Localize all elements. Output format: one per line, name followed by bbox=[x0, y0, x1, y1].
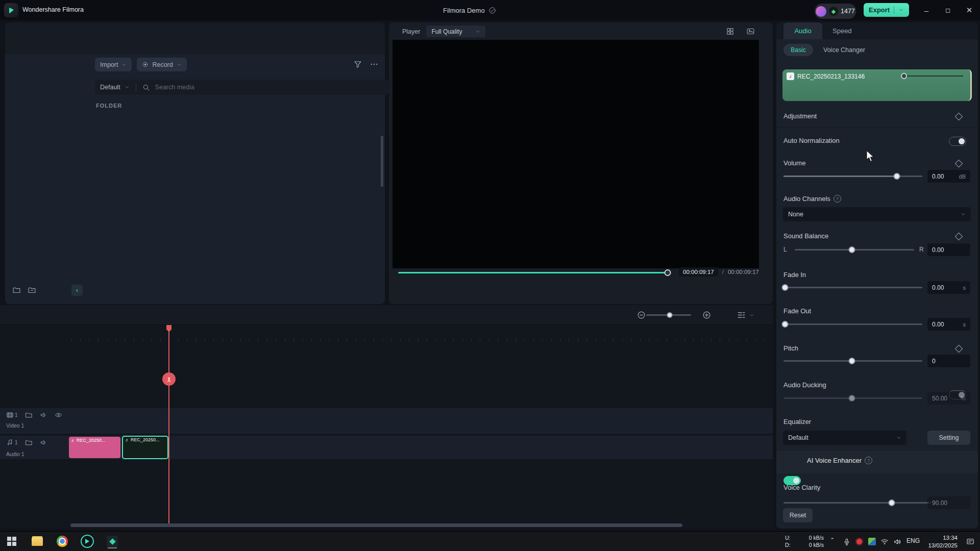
audio-ducking-slider[interactable] bbox=[783, 397, 922, 399]
delete-folder-icon[interactable] bbox=[28, 286, 36, 294]
pitch-knob[interactable] bbox=[849, 358, 855, 364]
seek-bar[interactable] bbox=[398, 272, 669, 273]
audio-track-mute-icon[interactable] bbox=[40, 439, 47, 446]
language-indicator[interactable]: ENG bbox=[906, 537, 920, 544]
import-caret-icon[interactable] bbox=[121, 62, 127, 67]
auto-normalization-toggle[interactable] bbox=[949, 137, 966, 146]
adjustment-header[interactable]: Adjustment bbox=[783, 112, 817, 120]
quality-dropdown[interactable]: Full Quality bbox=[426, 26, 485, 37]
record-caret-icon[interactable] bbox=[177, 62, 182, 67]
subtab-voice-changer[interactable]: Voice Changer bbox=[823, 44, 865, 56]
video-track-mute-icon[interactable] bbox=[40, 411, 47, 419]
tab-audio[interactable]: Audio bbox=[783, 22, 822, 39]
tray-volume-icon[interactable] bbox=[893, 537, 901, 546]
export-button[interactable]: Export bbox=[864, 3, 909, 17]
audio-channels-info-icon[interactable]: ? bbox=[834, 195, 841, 203]
fade-in-knob[interactable] bbox=[782, 284, 789, 291]
fade-out-slider[interactable] bbox=[783, 323, 922, 325]
clip-mini-slider[interactable] bbox=[901, 76, 963, 77]
minimize-button[interactable]: – bbox=[918, 0, 935, 20]
volume-value[interactable]: 0.00dB bbox=[927, 170, 970, 183]
file-explorer-icon[interactable] bbox=[30, 534, 44, 548]
import-button[interactable]: Import bbox=[95, 58, 132, 71]
track-manager-icon[interactable] bbox=[735, 309, 747, 321]
ai-voice-enhancer-info-icon[interactable]: ? bbox=[865, 457, 872, 464]
tab-speed[interactable]: Speed bbox=[832, 22, 852, 39]
adjustment-keyframe-icon[interactable] bbox=[955, 113, 963, 121]
split-playhead-button[interactable]: ✂ bbox=[162, 372, 176, 386]
pitch-value[interactable]: 0 bbox=[927, 355, 970, 367]
volume-knob[interactable] bbox=[894, 173, 900, 180]
tray-wifi-icon[interactable] bbox=[880, 537, 889, 546]
fade-out-knob[interactable] bbox=[782, 321, 789, 328]
video-track-lock-icon[interactable] bbox=[25, 411, 33, 419]
volume-slider[interactable] bbox=[783, 176, 922, 177]
category-caret-icon[interactable] bbox=[125, 85, 130, 90]
voice-clarity-slider[interactable] bbox=[783, 502, 930, 504]
windows-start-button[interactable] bbox=[5, 534, 19, 548]
filmora-taskbar-icon[interactable] bbox=[80, 534, 94, 548]
track-manager-caret-icon[interactable] bbox=[749, 313, 754, 318]
audio-track-lock-icon[interactable] bbox=[25, 439, 33, 446]
close-button[interactable]: ✕ bbox=[961, 0, 978, 20]
app-icon-secondary[interactable] bbox=[105, 534, 119, 548]
media-scrollbar[interactable] bbox=[381, 136, 383, 187]
search-input[interactable] bbox=[154, 83, 309, 91]
search-bar[interactable]: Default bbox=[95, 80, 389, 95]
notification-center-icon[interactable] bbox=[966, 537, 974, 546]
audio-clip-selected[interactable]: ♬ REC_20250... bbox=[122, 436, 168, 459]
video-viewport[interactable] bbox=[393, 40, 759, 268]
timeline-zoom-slider[interactable] bbox=[646, 314, 691, 316]
fade-in-value[interactable]: 0.00s bbox=[927, 281, 970, 294]
new-folder-icon[interactable] bbox=[12, 286, 21, 294]
multi-view-icon[interactable] bbox=[726, 27, 734, 36]
equalizer-dropdown[interactable]: Default bbox=[783, 431, 906, 445]
category-dropdown[interactable]: Default bbox=[100, 84, 120, 91]
voice-clarity-knob[interactable] bbox=[889, 499, 895, 506]
tray-expand-icon[interactable]: ⌃ bbox=[830, 537, 835, 543]
clock[interactable]: 13:34 13/02/2025 bbox=[925, 534, 958, 549]
timeline-hscrollbar[interactable] bbox=[70, 523, 682, 527]
more-options-icon[interactable] bbox=[370, 60, 379, 69]
audio-channels-dropdown[interactable]: None bbox=[783, 207, 971, 221]
video-track-lane[interactable] bbox=[0, 408, 773, 434]
clip-mini-knob[interactable] bbox=[901, 73, 907, 79]
audio-clip-card[interactable]: ♪ REC_20250213_133146 bbox=[782, 69, 972, 101]
zoom-out-icon[interactable] bbox=[635, 309, 647, 321]
chrome-icon[interactable] bbox=[55, 534, 69, 548]
tray-gpu-icon[interactable] bbox=[868, 538, 876, 545]
zoom-in-icon[interactable] bbox=[700, 309, 713, 321]
playhead-line[interactable] bbox=[168, 325, 169, 525]
preview-scale-icon[interactable] bbox=[746, 27, 755, 36]
video-track-visibility-icon[interactable] bbox=[55, 411, 62, 419]
equalizer-setting-button[interactable]: Setting bbox=[927, 431, 970, 445]
export-caret-icon[interactable] bbox=[898, 7, 904, 13]
volume-keyframe-icon[interactable] bbox=[955, 160, 963, 168]
tray-mic-icon[interactable] bbox=[842, 537, 851, 546]
filmstrip-scrollbar[interactable] bbox=[761, 41, 767, 267]
seek-knob[interactable] bbox=[665, 269, 671, 276]
sound-balance-value[interactable]: 0.00 bbox=[927, 243, 970, 256]
pitch-slider[interactable] bbox=[783, 360, 922, 362]
audio-clip-left[interactable]: ♬ REC_20250... bbox=[69, 437, 120, 458]
timeline-zoom-knob[interactable] bbox=[667, 312, 673, 318]
sound-balance-slider[interactable] bbox=[795, 249, 914, 251]
timeline-ruler[interactable] bbox=[0, 325, 773, 341]
fade-in-slider[interactable] bbox=[783, 287, 922, 288]
quality-caret-icon[interactable] bbox=[475, 29, 480, 34]
equalizer-caret-icon[interactable] bbox=[896, 435, 901, 440]
maximize-button[interactable]: ◻ bbox=[939, 0, 957, 20]
sound-balance-keyframe-icon[interactable] bbox=[955, 233, 963, 241]
filter-icon[interactable] bbox=[353, 60, 362, 69]
subtab-basic[interactable]: Basic bbox=[783, 44, 813, 56]
sound-balance-knob[interactable] bbox=[849, 246, 855, 253]
reset-button[interactable]: Reset bbox=[783, 508, 813, 522]
audio-channels-caret-icon[interactable] bbox=[961, 212, 966, 217]
voice-clarity-value[interactable]: 90.00 bbox=[927, 496, 970, 509]
audio-ducking-knob[interactable] bbox=[849, 395, 855, 402]
collapse-sidebar-button[interactable]: ‹ bbox=[71, 285, 83, 296]
record-button[interactable]: Record bbox=[137, 58, 186, 71]
pitch-keyframe-icon[interactable] bbox=[955, 345, 963, 353]
fade-out-value[interactable]: 0.00s bbox=[927, 318, 970, 331]
credits-badge[interactable]: ◆ 1477 bbox=[815, 4, 856, 19]
